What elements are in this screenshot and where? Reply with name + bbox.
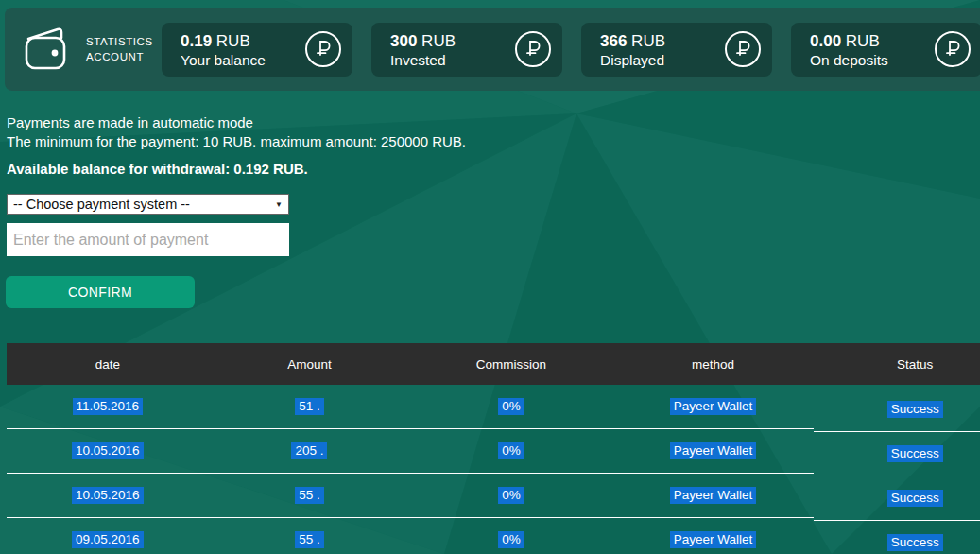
balance-value: 0.19 <box>181 32 212 50</box>
cell-amount: 55 . <box>295 487 324 504</box>
invested-value: 300 <box>390 32 417 50</box>
chevron-down-icon: ▼ <box>275 200 283 209</box>
table-row: 10.05.2016 205 . 0% Payeer Wallet Succes… <box>7 429 980 474</box>
cell-commission: 0% <box>498 487 524 504</box>
amount-input[interactable] <box>7 223 289 256</box>
table-row: 09.05.2016 55 . 0% Payeer Wallet Success <box>7 518 980 554</box>
ruble-circle-icon <box>305 31 341 67</box>
cell-amount: 55 . <box>295 531 324 548</box>
status-badge: Success <box>887 534 943 551</box>
table-header: date Amount Commission method Status <box>7 343 980 385</box>
cell-date: 11.05.2016 <box>73 398 144 415</box>
column-header-amount: Amount <box>209 343 411 385</box>
status-badge: Success <box>887 445 943 462</box>
status-badge: Success <box>887 490 943 507</box>
table-row: 10.05.2016 55 . 0% Payeer Wallet Success <box>7 474 980 518</box>
payment-system-select[interactable]: -- Choose payment system -- ▼ <box>7 194 289 215</box>
balance-currency: RUB <box>216 32 250 50</box>
cell-date: 10.05.2016 <box>72 442 144 459</box>
column-header-date: date <box>7 343 209 385</box>
displayed-currency: RUB <box>631 32 665 50</box>
column-header-method: method <box>612 343 815 385</box>
table-row: 11.05.2016 51 . 0% Payeer Wallet Success <box>7 385 980 429</box>
status-badge: Success <box>887 401 943 418</box>
card-displayed: 366 RUB Displayed <box>581 23 772 77</box>
card-your-balance: 0.19 RUB Your balance <box>162 23 352 77</box>
cell-method: Payeer Wallet <box>670 442 757 459</box>
deposits-currency: RUB <box>846 32 880 50</box>
ruble-circle-icon <box>725 31 761 67</box>
info-min-max: The minimum for the payment: 10 RUB. max… <box>7 133 466 149</box>
column-header-status: Status <box>814 343 980 385</box>
card-invested: 300 RUB Invested <box>371 23 562 77</box>
balance-cards: 0.19 RUB Your balance 300 RUB Invested 3… <box>162 23 980 77</box>
cell-date: 10.05.2016 <box>72 487 144 504</box>
deposits-value: 0.00 <box>810 32 841 50</box>
ruble-circle-icon <box>935 31 971 67</box>
cell-date: 09.05.2016 <box>72 531 144 548</box>
wallet-icon <box>24 23 67 76</box>
payment-system-selected-value: -- Choose payment system -- <box>13 197 190 212</box>
cell-commission: 0% <box>498 398 524 415</box>
cell-method: Payeer Wallet <box>670 398 757 415</box>
cell-method: Payeer Wallet <box>670 531 757 548</box>
info-automatic-mode: Payments are made in automatic mode <box>7 114 253 130</box>
cell-commission: 0% <box>498 531 524 548</box>
ruble-circle-icon <box>515 31 551 67</box>
statistics-bar: STATISTICS ACCOUNT 0.19 RUB Your balance… <box>5 8 980 91</box>
invested-currency: RUB <box>421 32 456 50</box>
displayed-value: 366 <box>600 32 627 50</box>
cell-amount: 51 . <box>295 398 324 415</box>
payments-table: date Amount Commission method Status 11.… <box>7 343 980 554</box>
column-header-commission: Commission <box>410 343 612 385</box>
confirm-button[interactable]: CONFIRM <box>6 276 195 308</box>
card-on-deposits: 0.00 RUB On deposits <box>791 23 980 77</box>
cell-amount: 205 . <box>291 442 327 459</box>
cell-commission: 0% <box>498 442 524 459</box>
statistics-label-line2: ACCOUNT <box>86 49 144 64</box>
cell-method: Payeer Wallet <box>670 487 757 504</box>
available-balance-note: Available balance for withdrawal: 0.192 … <box>7 161 308 177</box>
statistics-label-line1: STATISTICS <box>86 34 144 49</box>
